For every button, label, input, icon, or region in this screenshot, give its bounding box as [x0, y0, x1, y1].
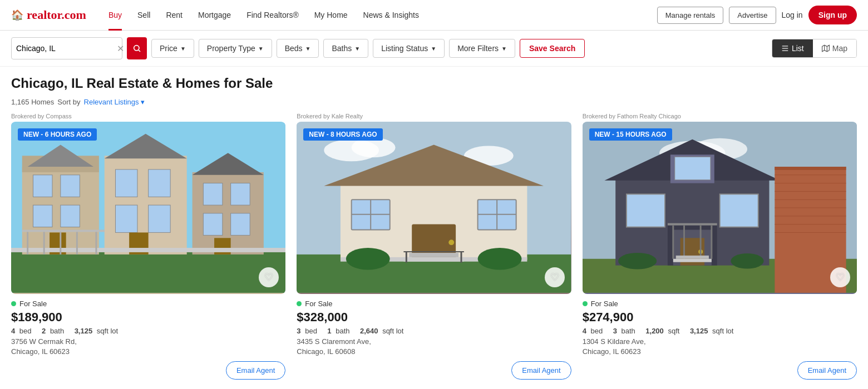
- brokered-by: Brokered by Fathom Realty Chicago: [583, 113, 857, 119]
- logo-icon: 🏠: [11, 9, 23, 21]
- new-badge: NEW - 6 HOURS AGO: [18, 128, 97, 141]
- listing-address: 3435 S Claremont Ave, Chicago, IL 60608: [297, 337, 571, 357]
- sign-up-button[interactable]: Sign up: [808, 6, 857, 24]
- beds-filter-button[interactable]: Beds ▼: [277, 39, 319, 58]
- chevron-down-icon: ▼: [305, 46, 311, 52]
- card-body: For Sale $328,000 3 bed 1 bath 2,640 sqf…: [297, 294, 571, 380]
- brokered-by: Brokered by Compass: [11, 113, 285, 119]
- main-nav: Buy Sell Rent Mortgage Find Realtors® My…: [101, 0, 427, 31]
- svg-rect-13: [33, 175, 52, 197]
- brokered-by: Brokered by Kale Realty: [297, 113, 571, 119]
- nav-item-find-realtors[interactable]: Find Realtors®: [239, 0, 307, 31]
- svg-rect-16: [61, 205, 80, 227]
- svg-rect-23: [149, 205, 170, 232]
- listing-status-filter-button[interactable]: Listing Status ▼: [373, 39, 445, 58]
- chevron-down-icon: ▼: [180, 46, 186, 52]
- svg-rect-28: [231, 183, 250, 205]
- svg-line-1: [139, 50, 140, 52]
- listing-card: Brokered by Kale Realty: [297, 113, 571, 380]
- svg-rect-14: [61, 175, 80, 197]
- svg-rect-71: [627, 194, 665, 227]
- svg-point-94: [618, 253, 657, 270]
- listing-image-wrapper: NEW - 6 HOURS AGO ♡: [11, 122, 285, 294]
- advertise-button[interactable]: Advertise: [729, 7, 776, 24]
- list-icon: [781, 44, 789, 52]
- card-body: For Sale $274,900 4 bed 3 bath 1,200 sqf…: [583, 294, 857, 380]
- svg-rect-72: [719, 194, 758, 227]
- view-toggle: List Map: [772, 39, 857, 58]
- logo-text: realtor.com: [27, 8, 86, 22]
- listing-image-wrapper: NEW - 15 HOURS AGO ♡: [583, 122, 857, 294]
- svg-rect-20: [115, 169, 137, 197]
- search-icon: [132, 44, 141, 53]
- svg-rect-9: [11, 249, 285, 293]
- house-image: [11, 122, 285, 294]
- search-bar: ✕ Price ▼ Property Type ▼ Beds ▼ Baths ▼…: [0, 31, 868, 67]
- header: 🏠 realtor.com Buy Sell Rent Mortgage Fin…: [0, 0, 868, 31]
- listing-price: $274,900: [583, 310, 857, 325]
- more-filters-button[interactable]: More Filters ▼: [449, 39, 515, 58]
- listing-details: 4 bed 3 bath 1,200 sqft 3,125 sqft lot: [583, 327, 857, 335]
- logo[interactable]: 🏠 realtor.com: [11, 8, 86, 22]
- svg-rect-85: [775, 167, 846, 170]
- chevron-down-icon: ▼: [501, 46, 507, 52]
- nav-item-mortgage[interactable]: Mortgage: [190, 0, 239, 31]
- svg-rect-55: [410, 253, 459, 257]
- listings-grid: Brokered by Compass: [0, 113, 868, 389]
- nav-item-buy[interactable]: Buy: [101, 0, 130, 31]
- svg-point-58: [478, 248, 522, 270]
- svg-point-0: [134, 46, 139, 51]
- email-agent-button[interactable]: Email Agent: [797, 361, 857, 380]
- svg-marker-5: [822, 45, 829, 52]
- sort-dropdown[interactable]: Relevant Listings ▾: [84, 98, 145, 106]
- search-button[interactable]: [127, 37, 147, 59]
- for-sale-dot: [297, 301, 302, 306]
- favorite-button[interactable]: ♡: [830, 267, 850, 287]
- log-in-button[interactable]: Log in: [782, 11, 803, 19]
- nav-item-rent[interactable]: Rent: [158, 0, 190, 31]
- nav-item-sell[interactable]: Sell: [130, 0, 158, 31]
- homes-count: 1,165 Homes: [11, 98, 54, 106]
- chevron-down-icon: ▼: [354, 46, 360, 52]
- svg-point-47: [449, 240, 455, 245]
- clear-input-button[interactable]: ✕: [117, 43, 124, 54]
- svg-rect-3: [782, 48, 788, 48]
- map-view-button[interactable]: Map: [813, 39, 856, 57]
- nav-item-my-home[interactable]: My Home: [307, 0, 356, 31]
- chevron-down-icon: ▾: [141, 98, 145, 106]
- svg-rect-15: [33, 205, 52, 227]
- svg-rect-2: [782, 46, 788, 46]
- email-agent-button[interactable]: Email Agent: [511, 361, 571, 380]
- svg-rect-22: [115, 205, 137, 232]
- svg-rect-70: [674, 157, 710, 179]
- list-view-button[interactable]: List: [772, 39, 813, 57]
- svg-rect-27: [203, 183, 223, 205]
- new-badge: NEW - 15 HOURS AGO: [589, 128, 672, 141]
- svg-rect-83: [675, 256, 708, 259]
- page-title-section: Chicago, IL Real Estate & Homes for Sale: [0, 67, 868, 96]
- listing-address: 1304 S Kildare Ave, Chicago, IL 60623: [583, 337, 857, 357]
- nav-item-news[interactable]: News & Insights: [356, 0, 427, 31]
- listing-address: 3756 W Cermak Rd, Chicago, IL 60623: [11, 337, 285, 357]
- for-sale-label: For Sale: [591, 300, 618, 308]
- card-body: For Sale $189,900 4 bed 2 bath 3,125 sqf…: [11, 294, 285, 380]
- svg-rect-29: [203, 213, 223, 235]
- favorite-button[interactable]: ♡: [545, 267, 565, 287]
- map-icon: [822, 44, 830, 52]
- baths-filter-button[interactable]: Baths ▼: [323, 39, 368, 58]
- for-sale-dot: [583, 301, 588, 306]
- manage-rentals-button[interactable]: Manage rentals: [657, 7, 724, 24]
- new-badge: NEW - 8 HOURS AGO: [303, 128, 382, 141]
- price-filter-button[interactable]: Price ▼: [151, 39, 194, 58]
- email-agent-button[interactable]: Email Agent: [226, 361, 285, 380]
- svg-point-41: [352, 138, 396, 158]
- svg-rect-30: [231, 213, 250, 235]
- for-sale-label: For Sale: [19, 300, 47, 308]
- property-type-filter-button[interactable]: Property Type ▼: [199, 39, 272, 58]
- save-search-button[interactable]: Save Search: [520, 39, 585, 58]
- chevron-down-icon: ▼: [431, 46, 436, 52]
- header-right: Manage rentals Advertise Log in Sign up: [657, 6, 857, 24]
- location-input[interactable]: [16, 44, 114, 53]
- svg-point-95: [731, 253, 763, 269]
- sort-row: 1,165 Homes Sort by Relevant Listings ▾: [0, 96, 868, 113]
